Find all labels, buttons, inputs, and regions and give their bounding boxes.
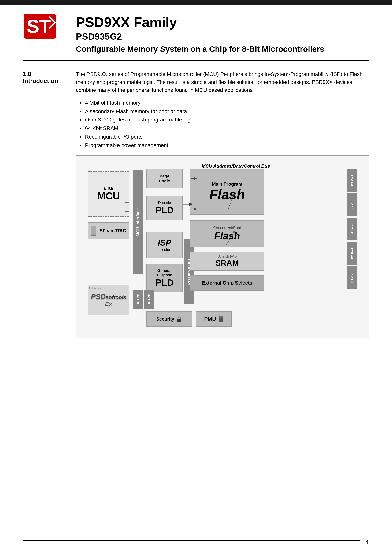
grid-line	[125, 194, 129, 194]
security-box: Security	[146, 312, 192, 327]
isp-jtag-label: ISP via JTAG	[98, 228, 126, 234]
io-port-label-left-1: I/O Port	[136, 294, 140, 305]
list-item: A secondary Flash memory for boot or dat…	[80, 107, 369, 116]
title-area: PSD9XX Family PSD935G2 Configurable Memo…	[76, 13, 369, 54]
psd-ex-text: Ex	[105, 301, 112, 307]
io-port-label-5: I/O Port	[351, 272, 354, 283]
security-label: Security	[156, 316, 174, 322]
mcu-interface-bar: MCU Interface	[133, 170, 143, 274]
mcu-grid-lines	[125, 172, 129, 216]
header-bar	[0, 0, 392, 5]
page-logic-box: PageLogic	[146, 169, 182, 188]
pmu-label: PMU	[204, 316, 216, 322]
svg-text:ST: ST	[27, 15, 51, 37]
pmu-box: PMU	[196, 312, 232, 327]
sub-title: PSD935G2	[76, 31, 369, 42]
list-item: Reconfigurable I/O ports	[80, 133, 369, 141]
pld-label: PLD	[155, 205, 174, 215]
isp-loader-box: ISP Loader	[146, 232, 182, 258]
section-name: Introduction	[23, 77, 65, 84]
arrow-pld-flash	[182, 199, 192, 209]
grid-line	[125, 176, 129, 176]
list-item: 64 Kbit SRAM	[80, 124, 369, 133]
list-item: Programmable power management.	[80, 141, 369, 150]
grid-line	[125, 211, 129, 212]
list-item: 4 Mbit of Flash memory	[80, 99, 369, 107]
sram-label: SRAM	[215, 258, 239, 268]
gp-pld-label: PLD	[155, 277, 174, 288]
io-port-bar-2: I/O Port	[347, 193, 357, 216]
footer-line	[23, 540, 360, 542]
diagram-inner: MCU Address/Data/Control Bus 8 -Bit MCU	[84, 163, 361, 330]
st-logo-icon: ST	[23, 13, 57, 39]
ext-chip-selects-box: External Chip Selects	[190, 275, 264, 291]
grid-line	[125, 185, 129, 185]
grid-line	[125, 202, 129, 203]
mcu-interface-label: MCU Interface	[136, 208, 140, 236]
psd-logo-box: Supported PSDsoftools Ex	[88, 285, 129, 315]
psd-softools-logo: PSDsoftools	[91, 293, 126, 301]
mcu-label-large: MCU	[97, 191, 120, 201]
io-port-column-right: I/O Port I/O Port I/O Port I/O Port I/O …	[347, 169, 357, 289]
io-port-bar-left-1: I/O Port	[133, 290, 143, 309]
gp-label: GeneralPurpose	[157, 269, 172, 277]
feature-list: 4 Mbit of Flash memory A secondary Flash…	[76, 99, 369, 150]
page-logic-label: PageLogic	[159, 174, 170, 183]
pld-input-bar: PLD Input Bus	[184, 239, 194, 304]
io-port-bar-1: I/O Port	[347, 169, 357, 192]
svg-rect-4	[177, 319, 181, 322]
boot-flash-label: Flash	[214, 230, 240, 241]
page-number: 1	[360, 537, 369, 546]
isp-jtag-box: ISP via JTAG	[88, 222, 129, 239]
io-port-bar-left-2: I/O Port	[144, 290, 154, 309]
io-port-label-2: I/O Port	[351, 199, 354, 210]
io-port-row-left: I/O Port I/O Port	[133, 290, 154, 309]
desc-title: Configurable Memory System on a Chip for…	[76, 44, 369, 54]
pmu-icon	[218, 316, 224, 322]
io-port-label-3: I/O Port	[351, 224, 354, 235]
gp-pld-box: GeneralPurpose PLD	[146, 264, 182, 292]
bus-label: MCU Address/Data/Control Bus	[133, 163, 339, 169]
main-flash-label: Flash	[209, 187, 245, 202]
block-diagram: MCU Address/Data/Control Bus 8 -Bit MCU	[76, 155, 369, 338]
list-item: Over 3,000 gates of Flash programmable l…	[80, 116, 369, 124]
sram-box: Scratch PAD SRAM	[190, 252, 264, 271]
io-port-bar-4: I/O Port	[347, 242, 357, 265]
header-content: ST PSD9XX Family PSD935G2 Configurable M…	[0, 5, 392, 60]
ext-chip-selects-label: External Chip Selects	[202, 280, 252, 286]
io-port-label-4: I/O Port	[351, 248, 354, 259]
intro-paragraph: The PSD9XX series of Programmable Microc…	[76, 70, 369, 94]
scratch-pad-label: Scratch PAD	[218, 255, 237, 258]
section-label: 1.0 Introduction	[23, 70, 65, 338]
mcu-block: 8 -Bit MCU	[88, 171, 129, 217]
lock-icon	[176, 316, 182, 322]
isp-loader-label: Loader	[159, 248, 170, 252]
supported-text: Supported	[89, 286, 101, 289]
jtag-connector-icon	[91, 226, 96, 235]
concurrent-label: Concurrent/Boot	[213, 226, 241, 230]
section-number: 1.0	[23, 70, 65, 77]
isp-label: ISP	[158, 238, 171, 248]
security-pmu-row: Security PMU	[146, 312, 232, 327]
main-title: PSD9XX Family	[76, 15, 369, 30]
io-port-bar-3: I/O Port	[347, 218, 357, 241]
svg-rect-7	[220, 316, 222, 317]
svg-rect-5	[218, 317, 223, 322]
io-port-label-left-2: I/O Port	[147, 294, 151, 305]
logo-area: ST	[23, 13, 65, 40]
psd-logo-area: Supported PSDsoftools Ex	[88, 285, 129, 315]
main-flash-box: Main Program Flash	[190, 169, 264, 215]
io-port-bar-5: I/O Port	[347, 266, 357, 289]
decode-label: Decode	[158, 201, 171, 205]
decode-pld-box: Decode PLD	[146, 196, 182, 220]
main-program-label: Main Program	[212, 182, 242, 187]
io-port-label-1: I/O Port	[351, 175, 354, 186]
footer: 1	[0, 537, 392, 546]
section-body: The PSD9XX series of Programmable Microc…	[76, 70, 369, 338]
content-area: 1.0 Introduction The PSD9XX series of Pr…	[0, 61, 392, 348]
boot-flash-box: Concurrent/Boot Flash	[190, 220, 264, 247]
